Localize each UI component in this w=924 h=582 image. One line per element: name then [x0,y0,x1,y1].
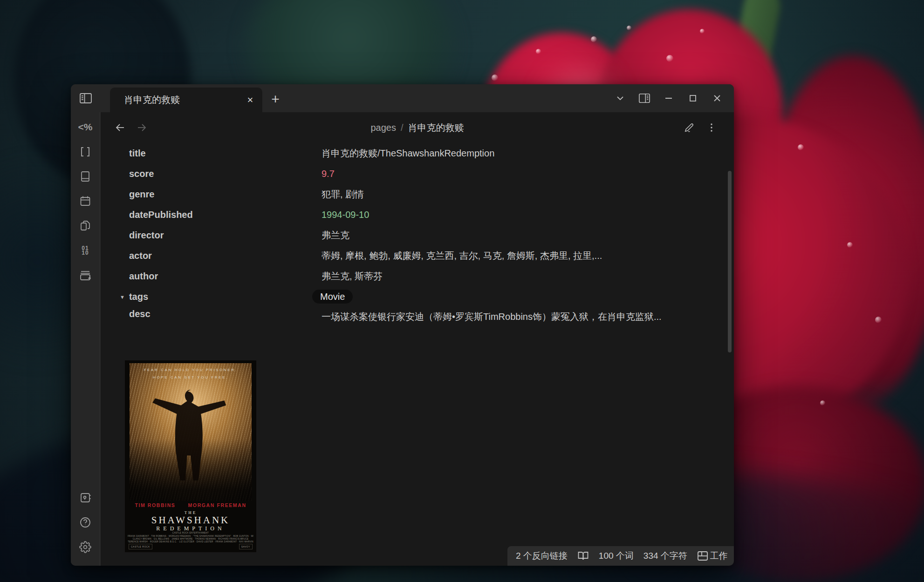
bookmark-dock-button[interactable] [78,145,92,158]
brackets-icon [79,146,91,158]
more-options-button[interactable] [702,118,721,137]
breadcrumb-parent[interactable]: pages [370,122,396,133]
movie-poster-image[interactable]: FEAR CAN HOLD YOU PRISONER. HOPE CAN SET… [125,360,256,552]
attribute-label: actor [129,250,322,261]
panel-left-icon [79,92,92,104]
attribute-value[interactable]: 犯罪, 剧情 [322,188,364,201]
char-count: 334 个字符 [643,550,687,562]
editor-content: pages / 肖申克的救赎 [101,112,734,566]
right-panel-toggle-button[interactable] [632,88,657,108]
attribute-label: author [129,271,322,282]
attribute-value[interactable]: 弗兰克, 斯蒂芬 [322,270,383,283]
safe-lock-icon [79,492,91,504]
attribute-row-title: title 肖申克的救赎/TheShawshankRedemption [129,143,701,163]
attribute-value[interactable]: 弗兰克 [322,229,349,242]
poster-figure-silhouette [147,384,234,493]
workspace-switcher[interactable]: 工作 [697,550,728,562]
dock-panel-toggle-button[interactable] [71,84,100,112]
tab-close-button[interactable]: × [241,91,260,109]
workspace-layout-icon [697,551,708,561]
attribute-label: desc [129,309,322,319]
attribute-value[interactable]: 肖申克的救赎/TheShawshankRedemption [322,147,494,160]
pencil-icon [684,122,695,133]
vertical-scrollbar[interactable] [728,171,732,352]
attribute-label: datePublished [129,210,322,220]
word-count: 100 个词 [599,550,634,562]
attribute-row-genre: genre 犯罪, 剧情 [129,184,701,204]
stack-add-icon [79,269,92,282]
collapse-arrow-icon[interactable]: ▼ [120,294,125,300]
window-controls [608,84,729,112]
card-deck-dock-button[interactable] [78,269,92,282]
poster-studio-logo: CASTLE ROCK [129,544,152,549]
backlinks-counter[interactable]: 2 个反向链接 [516,550,568,562]
panel-right-icon [638,93,650,104]
edit-mode-button[interactable] [680,118,698,137]
window-body: <% [71,112,734,566]
attribute-label: title [129,148,322,159]
attribute-row-score: score 9.7 [129,163,701,184]
binary-icon: 01 10 [82,246,89,255]
book-icon [79,170,91,183]
close-icon [712,94,722,103]
attribute-value[interactable]: 蒂姆, 摩根, 鲍勃, 威廉姆, 克兰西, 吉尔, 马克, 詹姆斯, 杰弗里, … [322,250,602,262]
backlinks-panel-button[interactable] [577,551,589,561]
notebook-dock-button[interactable] [78,170,92,183]
calendar-icon [79,195,91,207]
poster-credits: TERENCE MARSH · ROGER DEAKINS B.S.C. · L… [128,541,253,543]
attribute-label: score [129,169,322,179]
close-window-button[interactable] [705,88,729,108]
workspace-name: 工作 [710,550,728,562]
poster-title-sub: REDEMPTION [125,525,256,532]
help-dock-button[interactable] [78,516,92,529]
document-toolbar: pages / 肖申克的救赎 [101,117,734,138]
poster-cast-names: TIM ROBBINS MORGAN FREEMAN [125,502,256,508]
poster-credits: CASTLE ROCK ENTERTAINMENT [128,532,253,534]
settings-dock-button[interactable] [78,541,92,554]
attribute-value[interactable]: 一场谋杀案使银行家安迪（蒂姆•罗宾斯TimRobbins饰）蒙冤入狱，在肖申克监… [322,309,662,325]
safe-dock-button[interactable] [78,491,92,504]
template-dock-button[interactable]: <% [78,121,92,134]
poster-tagline: HOPE CAN SET YOU FREE. [125,375,256,379]
attribute-label: director [129,230,322,241]
tab-bar: 肖申克的救赎 × + [71,84,734,112]
book-open-icon [577,551,589,561]
attribute-label: genre [129,189,322,200]
status-bar: 2 个反向链接 100 个词 334 个字符 [507,546,734,566]
help-icon [79,516,91,528]
copy-pages-icon [79,220,91,232]
poster-title-main: SHAWSHANK [125,514,256,526]
attribute-row-desc: desc 一场谋杀案使银行家安迪（蒂姆•罗宾斯TimRobbins饰）蒙冤入狱，… [129,307,701,346]
attribute-value[interactable]: 9.7 [322,169,335,179]
attribute-row-director: director 弗兰克 [129,225,701,245]
database-dock-button[interactable]: 01 10 [78,244,92,257]
breadcrumb-separator: / [401,122,404,133]
attribute-row-author: author 弗兰克, 斯蒂芬 [129,266,701,286]
calendar-dock-button[interactable] [78,195,92,208]
maximize-button[interactable] [681,88,705,108]
poster-credits: CLANCY BROWN · GIL BELLOWS · JAMES WHITM… [128,538,253,540]
poster-rain-scene [130,363,252,501]
attribute-table: title 肖申克的救赎/TheShawshankRedemption scor… [129,143,701,346]
minimize-button[interactable] [657,88,681,108]
maximize-icon [688,94,698,103]
attribute-label: ▼ tags [120,291,312,302]
poster-tagline: FEAR CAN HOLD YOU PRISONER. [125,368,256,372]
breadcrumb-current[interactable]: 肖申克的救赎 [408,122,464,134]
left-dock: <% [71,112,100,566]
tab-menu-chevron-button[interactable] [608,88,632,108]
chevron-down-icon [616,94,625,103]
attribute-row-datePublished: datePublished 1994-09-10 [129,204,701,225]
template-icon: <% [78,122,93,133]
tag-pill[interactable]: Movie [312,290,353,304]
poster-credits: FRANK DARABONT · TIM ROBBINS · MORGAN FR… [128,535,253,537]
new-tab-button[interactable]: + [265,89,286,109]
app-window: 肖申克的救赎 × + [71,84,734,566]
attribute-value[interactable]: 1994-09-10 [322,210,369,220]
minimize-icon [664,94,673,103]
document-tab[interactable]: 肖申克的救赎 × [110,88,262,112]
pages-dock-button[interactable] [78,219,92,232]
breadcrumb: pages / 肖申克的救赎 [101,117,734,138]
attribute-value: Movie [312,291,353,302]
attribute-row-tags: ▼ tags Movie [129,286,701,307]
